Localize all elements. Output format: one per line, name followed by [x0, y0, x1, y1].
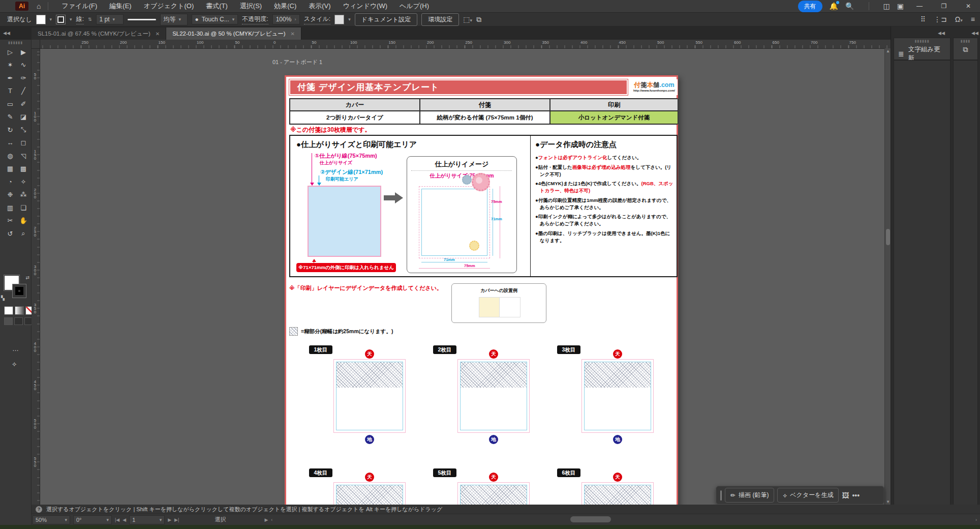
generate-vectors-button[interactable]: ⟡ベクターを生成 [777, 488, 839, 503]
grid-dots-icon[interactable]: ⠿ [921, 15, 926, 23]
style-label[interactable]: スタイル: [304, 15, 330, 24]
symbols-tool-icon[interactable]: ❉ [4, 189, 16, 201]
text-update-panel-header[interactable]: ▮▮▮▮▮▮ ≣文字組み更新 [894, 38, 951, 60]
ruler-origin-corner[interactable] [32, 40, 40, 49]
draw-behind-button[interactable] [14, 317, 23, 325]
fill-swatch[interactable] [36, 15, 46, 24]
width-tool-icon[interactable]: ↔ [4, 137, 16, 149]
gradient-button[interactable] [15, 306, 24, 315]
gradient-tool-icon[interactable]: ▩ [17, 163, 29, 175]
hscroll-left-icon[interactable]: ‹ [271, 517, 272, 522]
document-tab-1[interactable]: SL15-01.ai @ 67.45 % (CMYK/プレビュー)✕ [32, 27, 166, 40]
panel-grip[interactable]: ▮▮▮▮ [954, 39, 977, 43]
line-segment-tool-icon[interactable]: ╱ [17, 85, 29, 97]
chevron-down-icon[interactable]: ▾ [70, 17, 72, 22]
illustrator-app-icon[interactable]: Ai [15, 2, 28, 11]
shaper-tool-icon[interactable]: ✎ [4, 111, 16, 123]
menu-ヘルプ[interactable]: ヘルプ(H) [393, 0, 435, 12]
scroll-down-icon[interactable]: ▼ [885, 499, 891, 504]
stroke-weight-field[interactable]: 1 pt▾ [96, 14, 124, 24]
swap-fill-stroke-icon[interactable]: ⇄ [25, 275, 29, 280]
eyedropper-tool-icon[interactable]: ✧ [17, 175, 29, 188]
menu-選択[interactable]: 選択(S) [234, 0, 268, 12]
collapse-panels-icon[interactable]: ◀◀ [938, 31, 945, 36]
menu-オブジェクト[interactable]: オブジェクト(O) [138, 0, 200, 12]
search-icon[interactable]: 🔍 [845, 2, 854, 10]
more-options-icon[interactable]: ••• [852, 491, 860, 499]
taskbar-drag-handle[interactable] [720, 490, 722, 501]
free-transform-tool-icon[interactable]: ◻ [17, 137, 29, 149]
panel-grip[interactable]: ▮▮▮▮▮▮ [894, 39, 950, 43]
workspace-switcher-icon[interactable]: ◫ [883, 2, 890, 10]
stroke-swatch[interactable] [56, 15, 66, 24]
direct-selection-tool-icon[interactable]: ▶ [17, 46, 29, 58]
first-artboard-icon[interactable]: |◀ [115, 517, 119, 522]
hscroll-right-icon[interactable]: › [975, 517, 977, 522]
selection-tool-icon[interactable]: ▷ [4, 46, 16, 58]
document-setup-button[interactable]: ドキュメント設定 [355, 13, 418, 26]
help-icon[interactable]: ? [36, 506, 42, 513]
default-fill-stroke-icon[interactable]: ▚ [1, 296, 5, 301]
symbol-sprayer-tool-icon[interactable]: ⁂ [17, 189, 29, 201]
last-artboard-icon[interactable]: ▶| [174, 517, 179, 522]
next-artboard-icon[interactable]: ▶ [168, 517, 171, 522]
blend-tool-icon[interactable]: ◔ [4, 175, 16, 188]
vertical-ruler[interactable]: 5 01 0 01 5 02 0 02 5 03 0 03 5 04 0 04 … [32, 48, 40, 505]
artboard[interactable]: 付箋 デザイン用基本テンプレート 付箋本舗.com http://www.fus… [285, 75, 678, 505]
share-button[interactable]: 共有 [798, 1, 822, 12]
color-button[interactable] [4, 306, 13, 315]
paintbrush-tool-icon[interactable]: ✐ [17, 98, 29, 110]
scale-tool-icon[interactable]: ⤡ [17, 124, 29, 136]
horizontal-ruler[interactable]: 2502001501005005010015020025030035040045… [40, 40, 891, 49]
collapse-panels-icon[interactable]: ◀◀ [971, 31, 978, 36]
status-expand-icon[interactable]: ▶ [264, 517, 268, 522]
menu-編集[interactable]: 編集(E) [103, 0, 137, 12]
rectangle-tool-icon[interactable]: ▭ [4, 98, 16, 110]
mesh-tool-icon[interactable]: ▦ [4, 163, 16, 175]
zoom-tool-icon[interactable]: ⌕ [17, 227, 29, 240]
draw-normal-button[interactable] [4, 317, 13, 325]
stepper-icon[interactable]: ⇅ [88, 17, 92, 22]
menu-ウィンドウ[interactable]: ウィンドウ(W) [337, 0, 393, 12]
notifications-bell-icon[interactable]: 🔔 [830, 2, 838, 10]
rotation-dropdown[interactable]: 0°▾ [73, 515, 112, 524]
chevron-down-icon[interactable]: ▾ [50, 17, 52, 22]
artboard-number-dropdown[interactable]: 1▾ [129, 515, 165, 524]
document-tab-2[interactable]: SL22-01-30.ai @ 50 % (CMYK/プレビュー)✕ [166, 27, 301, 40]
column-graph-tool-icon[interactable]: ▥ [4, 201, 16, 214]
slice-tool-icon[interactable]: ✂ [4, 215, 16, 227]
rotate-view-tool-icon[interactable]: ↺ [4, 227, 16, 240]
generative-tool-icon[interactable]: ⟡ [12, 360, 17, 368]
artboard-tool-icon[interactable]: ❏ [17, 201, 29, 214]
isolate-icon[interactable]: ⧉ [476, 15, 481, 24]
draw-pencil-button[interactable]: ✏描画 (鉛筆) [725, 488, 774, 503]
lasso-tool-icon[interactable]: ∿ [17, 59, 29, 71]
rotate-tool-icon[interactable]: ↻ [4, 124, 16, 136]
stroke-color-swatch[interactable] [12, 284, 26, 298]
libraries-panel-header[interactable]: ▮▮▮▮ ⧉ [953, 38, 978, 60]
brush-dropdown[interactable]: ●Touch C...▾ [192, 14, 238, 24]
snap-magnet-icon[interactable]: Ω▾ [955, 15, 963, 23]
tab-close-icon[interactable]: ✕ [291, 31, 295, 37]
panel-layout-icon[interactable]: ▣ [897, 2, 904, 10]
magic-wand-tool-icon[interactable]: ✶ [4, 59, 16, 71]
opacity-field[interactable]: 100%› [272, 14, 300, 24]
panel-grip[interactable]: ▮▮▮▮▮▮ [0, 41, 31, 45]
type-tool-icon[interactable]: T [4, 85, 16, 97]
hand-tool-icon[interactable]: ✋ [17, 215, 29, 227]
pointer-options-icon[interactable]: ⬚▾ [463, 15, 472, 23]
toolbar-collapse-icon[interactable]: ◀◀ [0, 26, 32, 40]
generate-image-icon[interactable]: 🖼 [842, 491, 849, 499]
preferences-button[interactable]: 環境設定 [421, 13, 459, 26]
vertical-scrollbar-thumb[interactable] [886, 229, 890, 245]
list-menu-icon[interactable]: ≡ [971, 15, 975, 23]
window-restore-button[interactable]: ❐ [935, 0, 953, 12]
scroll-up-icon[interactable]: ▲ [885, 49, 891, 53]
opacity-label[interactable]: 不透明度: [242, 15, 268, 24]
eraser-tool-icon[interactable]: ◪ [17, 111, 29, 123]
window-close-button[interactable]: ✕ [960, 0, 977, 12]
chevron-down-icon[interactable]: ▾ [348, 17, 351, 22]
curvature-tool-icon[interactable]: ✑ [17, 72, 29, 84]
canvas[interactable]: 01 - アートボード 1 付箋 デザイン用基本テンプレート 付箋本舗.com … [32, 40, 891, 505]
pen-tool-icon[interactable]: ✒ [4, 72, 16, 84]
